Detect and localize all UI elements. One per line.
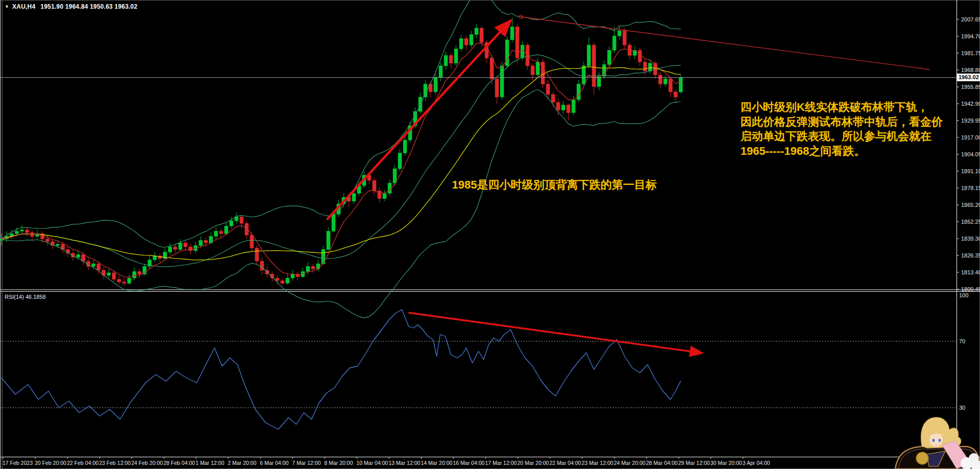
price-axis-label: 1904.05 (961, 151, 980, 157)
price-axis-label: 1994.70 (961, 33, 980, 39)
time-axis-label: 20 Mar 20:00 (517, 460, 549, 466)
time-axis-label: 22 Feb 04:00 (67, 460, 99, 466)
price-axis-label: 1929.95 (961, 118, 980, 124)
time-axis-label: 8 Mar 20:00 (324, 460, 353, 466)
rsi-axis-label: 70 (959, 338, 965, 344)
price-axis-label: 1955.85 (961, 84, 980, 90)
price-axis-label: 1839.30 (961, 236, 980, 242)
time-axis-label: 14 Mar 20:00 (421, 460, 452, 466)
price-axis-label: 1981.75 (961, 50, 980, 56)
time-axis-label: 29 Mar 12:00 (678, 460, 710, 466)
price-axis-label: 2007.65 (961, 16, 980, 22)
rsi-axis-label: 100 (959, 292, 968, 298)
descending-trendline[interactable] (521, 17, 929, 69)
price-axis-label: 1917.00 (961, 134, 980, 140)
time-axis-label: 23 Mar 12:00 (582, 460, 613, 466)
annotation-bollinger-note[interactable]: 四小时级别K线实体跌破布林带下轨， 因此价格反弹测试布林带中轨后，看金价 启动单… (740, 100, 943, 158)
time-axis-label: 28 Mar 04:00 (646, 460, 678, 466)
rsi-indicator-label: RSI(14) 46.1858 (5, 294, 46, 300)
mascot-eye-left (933, 439, 935, 442)
price-axis-label: 1865.20 (961, 202, 980, 208)
time-axis-label: 3 Apr 04:00 (743, 460, 770, 466)
time-axis-label: 2 Mar 20:00 (228, 460, 256, 466)
time-axis-label: 17 Feb 2023 (3, 460, 33, 466)
price-axis-label: 1891.10 (961, 168, 980, 174)
time-axis-label: 22 Mar 04:00 (549, 460, 581, 466)
time-axis-label: 13 Mar 12:00 (389, 460, 420, 466)
ohlc-quote-text: 1951.90 1964.84 1950.63 1963.02 (40, 3, 137, 10)
time-axis-label: 6 Mar 04:00 (260, 460, 289, 466)
time-axis-label: 1 Mar 12:00 (196, 460, 224, 466)
chart-canvas[interactable]: 2007.651994.701981.751968.801955.851942.… (0, 0, 980, 469)
mascot-eye-right (939, 439, 941, 442)
time-axis-label: 17 Mar 12:00 (485, 460, 517, 466)
chart-title: ▼XAU,H41951.90 1964.84 1950.63 1963.02 (5, 3, 137, 10)
price-axis-label: 1813.40 (961, 269, 980, 275)
price-axis[interactable]: 2007.651994.701981.751968.801955.851942.… (957, 16, 980, 292)
time-axis-label: 7 Mar 12:00 (292, 460, 321, 466)
annotation-divergence-target[interactable]: 1985是四小时级别顶背离下跌的第一目标 (452, 178, 657, 193)
symbol-timeframe-label: XAU,H4 (12, 3, 35, 10)
rsi-axis-label: 30 (959, 405, 965, 411)
price-axis-label: 1826.35 (961, 252, 980, 259)
mascot-shoulder-armor (916, 452, 928, 464)
price-axis-label: 1852.25 (961, 219, 980, 225)
time-axis[interactable]: 17 Feb 202320 Feb 20:0022 Feb 04:0023 Fe… (3, 457, 770, 466)
candlestick-series (0, 18, 683, 286)
price-axis-label: 1800.45 (961, 286, 980, 292)
time-axis-label: 23 Feb 12:00 (99, 460, 131, 466)
rsi-line (2, 310, 681, 429)
time-axis-label: 24 Mar 20:00 (614, 460, 646, 466)
price-axis-label: 1878.15 (961, 185, 980, 191)
mascot-image (891, 416, 980, 469)
time-axis-label: 24 Feb 20:00 (131, 460, 163, 466)
current-price-tag: 1963.02 (957, 74, 980, 81)
time-axis-label: 20 Feb 20:00 (35, 460, 66, 466)
price-axis-label: 1968.80 (961, 67, 980, 73)
rsi-divergence-arrow[interactable] (409, 313, 702, 353)
time-axis-label: 30 Mar 20:00 (710, 460, 742, 466)
symbol-dropdown-icon[interactable]: ▼ (5, 4, 9, 9)
time-axis-label: 28 Feb 04:00 (163, 460, 195, 466)
time-axis-label: 16 Mar 04:00 (453, 460, 485, 466)
time-axis-label: 10 Mar 04:00 (356, 460, 388, 466)
price-axis-label: 1942.90 (961, 101, 980, 107)
rsi-levels: 1007030 (0, 292, 968, 411)
